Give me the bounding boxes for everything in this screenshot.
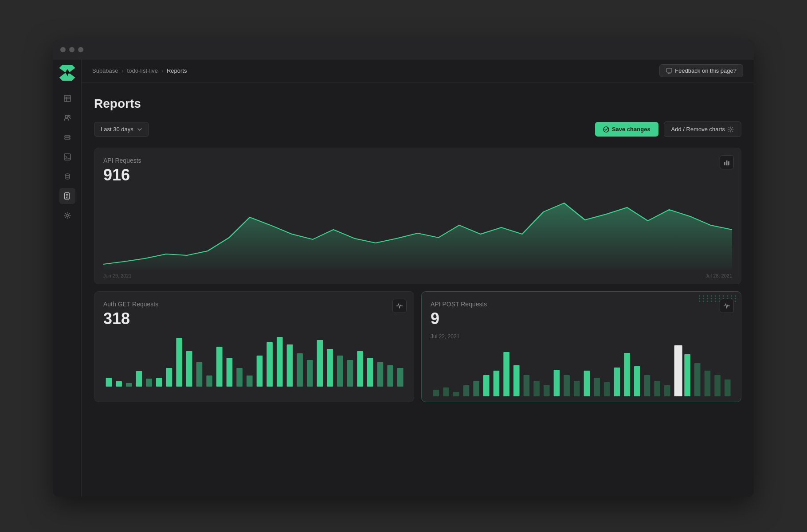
svg-rect-34: [206, 376, 212, 387]
auth-get-card: Auth GET Requests 318: [94, 291, 414, 402]
page-title: Reports: [94, 97, 741, 111]
decoration-dot: [711, 295, 712, 297]
breadcrumb-supabase[interactable]: Supabase: [92, 67, 118, 74]
svg-rect-61: [503, 352, 509, 396]
svg-rect-21: [724, 162, 725, 165]
svg-rect-23: [728, 161, 729, 165]
date-selector[interactable]: Last 30 days: [94, 122, 149, 137]
svg-rect-25: [116, 381, 122, 387]
auth-get-chart-toggle[interactable]: [392, 299, 407, 313]
api-post-label: API POST Requests: [431, 301, 732, 308]
svg-rect-52: [387, 365, 393, 387]
svg-rect-31: [176, 338, 182, 387]
api-post-value: 9: [431, 309, 732, 328]
chevron-down-icon: [137, 127, 142, 132]
svg-rect-75: [644, 375, 650, 396]
svg-rect-72: [614, 368, 620, 396]
sidebar-item-database[interactable]: [59, 168, 75, 184]
svg-rect-62: [513, 365, 520, 396]
svg-rect-74: [634, 366, 640, 396]
svg-rect-67: [564, 375, 570, 396]
svg-rect-71: [604, 382, 610, 396]
charts-row: Auth GET Requests 318: [94, 291, 741, 402]
svg-rect-22: [726, 160, 728, 165]
decoration-dot: [727, 295, 728, 297]
main-content: Reports Last 30 days: [82, 82, 754, 497]
svg-rect-40: [266, 342, 273, 387]
decoration-dot: [699, 295, 700, 297]
sidebar-item-terminal[interactable]: [59, 149, 75, 165]
sidebar-item-storage[interactable]: [59, 129, 75, 145]
svg-point-5: [68, 115, 70, 117]
svg-rect-24: [106, 378, 112, 387]
decoration-dot: [715, 298, 716, 299]
svg-rect-63: [524, 375, 530, 396]
sidebar-item-settings[interactable]: [59, 207, 75, 223]
sidebar-item-table[interactable]: [59, 90, 75, 106]
save-changes-button[interactable]: Save changes: [595, 122, 658, 137]
svg-rect-53: [397, 368, 404, 387]
app-logo[interactable]: [59, 65, 75, 81]
breadcrumb-reports: Reports: [167, 67, 187, 74]
traffic-light-maximize[interactable]: [78, 47, 83, 52]
svg-rect-45: [317, 340, 323, 387]
svg-rect-80: [694, 363, 701, 396]
auth-get-value: 318: [103, 309, 405, 328]
svg-point-4: [65, 115, 68, 118]
sidebar: [53, 59, 82, 497]
sidebar-item-users[interactable]: [59, 110, 75, 126]
svg-rect-33: [196, 362, 203, 387]
svg-rect-36: [227, 358, 233, 387]
svg-rect-38: [247, 376, 253, 387]
svg-rect-51: [377, 362, 384, 387]
auth-get-chart: [103, 333, 405, 387]
svg-rect-46: [327, 349, 333, 387]
svg-rect-77: [664, 385, 670, 396]
svg-point-12: [65, 174, 70, 176]
feedback-button[interactable]: Feedback on this page?: [659, 64, 743, 77]
decoration-dot: [707, 298, 708, 299]
svg-rect-32: [186, 351, 192, 387]
traffic-light-minimize[interactable]: [69, 47, 74, 52]
svg-rect-73: [624, 353, 630, 396]
svg-rect-35: [216, 347, 223, 387]
toolbar: Last 30 days Save changes: [94, 121, 741, 137]
api-post-chart-toggle[interactable]: [720, 299, 734, 313]
auth-get-label: Auth GET Requests: [103, 301, 405, 308]
decoration-dot: [703, 295, 704, 297]
feedback-icon: [666, 68, 672, 74]
svg-rect-39: [257, 356, 263, 387]
decoration-dot: [723, 295, 724, 297]
decoration-dot: [699, 301, 700, 302]
breadcrumb-project[interactable]: todo-list-live: [127, 67, 158, 74]
svg-point-20: [730, 129, 732, 130]
pulse-icon: [396, 302, 403, 309]
feedback-label: Feedback on this page?: [675, 67, 736, 74]
breadcrumb-sep-1: ›: [122, 68, 124, 74]
svg-point-9: [69, 138, 70, 139]
api-requests-chart-toggle[interactable]: [720, 155, 734, 169]
svg-rect-64: [533, 381, 540, 396]
svg-rect-44: [307, 360, 313, 387]
svg-rect-76: [654, 381, 660, 396]
svg-rect-30: [166, 368, 172, 387]
svg-rect-10: [64, 154, 71, 160]
sidebar-item-reports[interactable]: [59, 188, 75, 204]
add-remove-charts-button[interactable]: Add / Remove charts: [664, 121, 741, 137]
date-selector-label: Last 30 days: [101, 126, 133, 133]
svg-rect-57: [463, 385, 470, 396]
save-icon: [603, 126, 609, 133]
decoration-dot: [715, 295, 716, 297]
api-requests-value: 916: [103, 166, 732, 184]
svg-rect-82: [714, 375, 721, 396]
traffic-light-close[interactable]: [60, 47, 66, 52]
decoration-dot: [735, 301, 736, 302]
svg-rect-27: [136, 371, 142, 387]
decoration-dot: [719, 298, 720, 299]
svg-rect-54: [433, 390, 439, 396]
api-post-chart: [431, 343, 732, 396]
api-requests-date-start: Jun 29, 2021: [103, 273, 132, 278]
svg-rect-65: [544, 385, 550, 396]
gear-icon: [728, 126, 734, 133]
svg-rect-59: [483, 375, 490, 396]
